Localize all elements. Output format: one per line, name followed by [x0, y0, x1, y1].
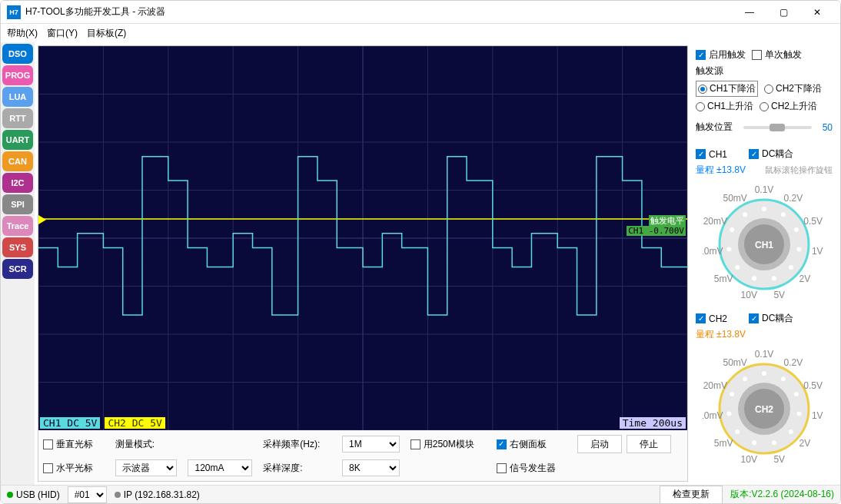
signal-generator-checkbox[interactable]: 信号发生器	[497, 462, 567, 475]
svg-point-31	[797, 247, 802, 252]
svg-point-67	[726, 412, 731, 416]
sidebar-uart[interactable]: UART	[2, 130, 33, 150]
trigger-position-value: 50	[823, 122, 833, 133]
svg-text:0.1V: 0.1V	[755, 184, 774, 195]
sidebar-dso[interactable]: DSO	[2, 44, 33, 64]
svg-point-69	[730, 392, 734, 396]
use-250m-checkbox[interactable]: 用250M模块	[411, 438, 486, 451]
ch2-range-knob[interactable]: CH20.1V0.2V0.5V1V2V5V10V5mV10mV20mV50mV	[703, 347, 826, 470]
sidebar: DSOPROGLUARTTUARTCANI2CSPITraceSYSSCR	[1, 42, 35, 485]
svg-text:1V: 1V	[812, 410, 823, 421]
trigger-ch2-fall-radio[interactable]: CH2下降沿	[764, 82, 822, 95]
app-icon: H7	[7, 5, 21, 19]
svg-text:CH2: CH2	[755, 404, 773, 415]
trigger-ch1-rise-radio[interactable]: CH1上升沿	[696, 100, 753, 113]
svg-text:10V: 10V	[741, 290, 757, 300]
horizontal-cursor-checkbox[interactable]: 水平光标	[43, 462, 105, 475]
svg-text:5V: 5V	[773, 454, 785, 465]
svg-text:0.2V: 0.2V	[784, 357, 803, 368]
svg-text:10mV: 10mV	[703, 246, 723, 257]
ip-status[interactable]: IP (192.168.31.82)	[115, 489, 200, 500]
maximize-button[interactable]: ▢	[766, 1, 800, 24]
single-trigger-checkbox[interactable]: 单次触发	[752, 48, 802, 61]
sidebar-can[interactable]: CAN	[2, 151, 33, 171]
check-update-button[interactable]: 检查更新	[660, 486, 723, 504]
svg-text:0.5V: 0.5V	[803, 216, 823, 227]
svg-text:5mV: 5mV	[714, 438, 733, 449]
sample-depth-label: 采样深度:	[263, 462, 331, 475]
ch2-dc-couple-checkbox[interactable]: DC耦合	[749, 312, 793, 325]
sidebar-trace[interactable]: Trace	[2, 216, 33, 236]
svg-point-45	[743, 212, 747, 217]
menu-target[interactable]: 目标板(Z)	[87, 27, 126, 40]
svg-text:10mV: 10mV	[703, 410, 723, 421]
sidebar-lua[interactable]: LUA	[2, 87, 33, 107]
start-button[interactable]: 启动	[577, 435, 622, 453]
ch1-reading: CH1 -0.700V	[627, 226, 686, 236]
menu-window[interactable]: 窗口(Y)	[47, 27, 78, 40]
window-title: H7-TOOL多功能开发工具 - 示波器	[25, 5, 733, 18]
sidebar-rtt[interactable]: RTT	[2, 108, 33, 128]
trigger-ch2-rise-radio[interactable]: CH2上升沿	[760, 100, 817, 113]
scope-display[interactable]: 触发电平 CH1 -0.700V CH1 DC 5V CH2 DC 5V Tim…	[38, 46, 687, 430]
ch2-scale-label: CH2 DC 5V	[105, 417, 165, 429]
statusbar: USB (HID) #01 IP (192.168.31.82) 检查更新 版本…	[1, 485, 840, 503]
svg-text:2V: 2V	[799, 438, 811, 449]
sidebar-sys[interactable]: SYS	[2, 237, 33, 257]
measure-mode-select[interactable]: 示波器	[115, 459, 178, 476]
minimize-button[interactable]: —	[733, 1, 766, 24]
usb-status[interactable]: USB (HID)	[7, 489, 60, 500]
svg-point-51	[762, 371, 766, 376]
sample-depth-select[interactable]: 8K	[342, 459, 400, 476]
svg-point-65	[735, 429, 740, 434]
bottom-controls: 垂直光标 测量模式: 采样频率(Hz): 1M 用250M模块 右侧面板 启动 …	[38, 430, 687, 481]
sidebar-prog[interactable]: PROG	[2, 65, 33, 85]
sample-freq-select[interactable]: 1M	[342, 436, 400, 453]
svg-point-41	[726, 247, 731, 252]
trigger-source-label: 触发源	[696, 65, 833, 78]
svg-text:20mV: 20mV	[703, 216, 727, 227]
enable-trigger-checkbox[interactable]: 启用触发	[696, 48, 746, 61]
svg-point-53	[781, 376, 786, 381]
svg-text:CH1: CH1	[755, 240, 773, 250]
ch1-range-knob[interactable]: CH10.1V0.2V0.5V1V2V5V10V5mV10mV20mV50mV	[703, 183, 826, 306]
ch1-enable-checkbox[interactable]: CH1	[696, 149, 727, 160]
ch1-range-label: 量程 ±13.8V	[696, 164, 746, 177]
menu-help[interactable]: 帮助(X)	[7, 27, 38, 40]
measure-mode-label: 测量模式:	[115, 438, 178, 451]
svg-point-43	[730, 227, 734, 232]
svg-point-57	[797, 412, 802, 416]
vertical-cursor-checkbox[interactable]: 垂直光标	[43, 438, 105, 451]
trigger-position-label: 触发位置	[696, 121, 733, 134]
svg-text:5mV: 5mV	[714, 274, 733, 284]
timebase-label: Time 200us	[620, 417, 686, 429]
scroll-hint: 鼠标滚轮操作旋钮	[765, 164, 833, 176]
right-panel: 启用触发 单次触发 触发源 CH1下降沿 CH2下降沿 CH1上升沿 CH2上升…	[691, 45, 837, 482]
right-panel-checkbox[interactable]: 右侧面板	[497, 438, 567, 451]
svg-point-35	[772, 276, 776, 280]
svg-text:0.1V: 0.1V	[755, 349, 774, 360]
svg-point-29	[794, 227, 799, 232]
trigger-level-label: 触发电平	[649, 215, 686, 227]
svg-text:5V: 5V	[773, 290, 785, 300]
svg-text:0.5V: 0.5V	[803, 380, 823, 391]
ch2-enable-checkbox[interactable]: CH2	[696, 313, 727, 324]
close-button[interactable]: ✕	[800, 1, 834, 24]
ch1-dc-couple-checkbox[interactable]: DC耦合	[749, 148, 793, 161]
sidebar-spi[interactable]: SPI	[2, 194, 33, 214]
current-range-select[interactable]: 120mA	[188, 459, 252, 476]
trigger-position-slider[interactable]	[743, 126, 812, 129]
version-label: 版本:V2.2.6 (2024-08-16)	[730, 488, 834, 501]
trigger-ch1-fall-radio[interactable]: CH1下降沿	[696, 81, 758, 97]
svg-point-39	[735, 265, 740, 270]
stop-button[interactable]: 停止	[627, 435, 671, 453]
svg-text:2V: 2V	[799, 274, 811, 284]
svg-point-27	[781, 212, 786, 217]
address-select[interactable]: #01	[68, 486, 107, 503]
svg-text:10V: 10V	[741, 454, 757, 465]
trigger-marker-icon[interactable]	[38, 215, 46, 224]
sidebar-scr[interactable]: SCR	[2, 259, 33, 279]
sidebar-i2c[interactable]: I2C	[2, 173, 33, 193]
svg-text:0.2V: 0.2V	[784, 193, 803, 204]
sample-freq-label: 采样频率(Hz):	[263, 438, 331, 451]
